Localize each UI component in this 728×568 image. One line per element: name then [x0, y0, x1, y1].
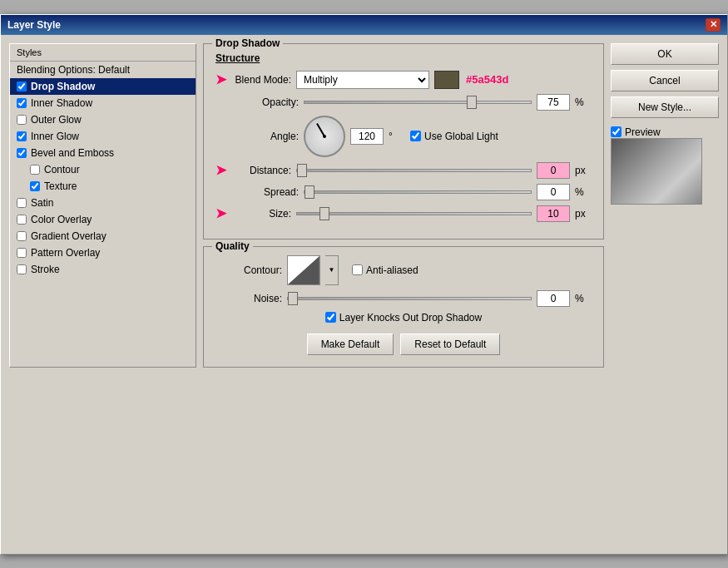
sidebar-item-texture[interactable]: Texture [10, 178, 196, 195]
angle-label: Angle: [240, 131, 299, 142]
sidebar-item-satin[interactable]: Satin [10, 195, 196, 211]
noise-input[interactable] [537, 290, 570, 307]
angle-dial-container [304, 116, 345, 157]
opacity-input[interactable] [537, 94, 570, 111]
quality-section: Quality Contour: ▼ Anti-aliased [203, 246, 604, 368]
angle-dial[interactable] [304, 116, 345, 157]
pattern-overlay-checkbox[interactable] [17, 248, 27, 258]
blend-mode-row: ➤ Blend Mode: Multiply Normal Screen Ove… [215, 71, 592, 89]
anti-aliased-checkbox[interactable] [352, 264, 363, 275]
left-panel: Styles Blending Options: Default Drop Sh… [9, 43, 196, 368]
gradient-overlay-checkbox[interactable] [17, 231, 27, 241]
texture-checkbox[interactable] [30, 181, 40, 191]
close-button[interactable]: ✕ [706, 18, 721, 32]
noise-slider[interactable] [287, 297, 532, 300]
opacity-row: Opacity: % [215, 94, 592, 111]
bottom-buttons: Make Default Reset to Default [215, 333, 592, 355]
sidebar-item-drop-shadow[interactable]: Drop Shadow [10, 78, 196, 95]
inner-glow-checkbox[interactable] [17, 131, 27, 141]
angle-input[interactable] [350, 128, 384, 145]
layer-knocks-label[interactable]: Layer Knocks Out Drop Shadow [325, 312, 482, 324]
sidebar-item-outer-glow[interactable]: Outer Glow [10, 111, 196, 128]
sidebar-item-pattern-overlay[interactable]: Pattern Overlay [10, 244, 196, 261]
cancel-button[interactable]: Cancel [611, 70, 719, 91]
layer-knocks-row: Layer Knocks Out Drop Shadow [215, 312, 592, 324]
preview-image [612, 139, 701, 204]
sidebar-item-contour[interactable]: Contour [10, 161, 196, 178]
noise-label: Noise: [215, 293, 282, 304]
sidebar-item-inner-shadow[interactable]: Inner Shadow [10, 95, 196, 111]
opacity-slider-container [304, 101, 532, 104]
satin-checkbox[interactable] [17, 198, 27, 208]
reset-default-button[interactable]: Reset to Default [400, 333, 500, 355]
section-drop-shadow-title: Drop Shadow [212, 37, 283, 49]
spread-slider-container [304, 190, 532, 194]
title-bar: Layer Style ✕ [1, 15, 727, 35]
size-slider[interactable] [296, 212, 532, 215]
anti-aliased-label[interactable]: Anti-aliased [352, 264, 418, 276]
sidebar-item-gradient-overlay[interactable]: Gradient Overlay [10, 228, 196, 244]
distance-arrow-icon: ➤ [215, 162, 226, 178]
spread-label: Spread: [240, 186, 299, 198]
opacity-unit: % [575, 96, 592, 108]
size-unit: px [575, 208, 592, 220]
color-swatch[interactable] [434, 71, 459, 89]
sidebar-item-stroke[interactable]: Stroke [10, 261, 196, 278]
inner-shadow-checkbox[interactable] [17, 98, 27, 108]
contour-checkbox[interactable] [30, 165, 40, 175]
drop-shadow-checkbox[interactable] [17, 81, 27, 91]
sidebar-item-bevel-emboss[interactable]: Bevel and Emboss [10, 145, 196, 161]
contour-row: Contour: ▼ Anti-aliased [215, 255, 592, 285]
size-label: Size: [233, 208, 291, 220]
use-global-light-label[interactable]: Use Global Light [410, 131, 498, 142]
noise-unit: % [575, 293, 592, 304]
blend-mode-select[interactable]: Multiply Normal Screen Overlay [296, 71, 429, 89]
use-global-light-checkbox[interactable] [410, 131, 421, 141]
angle-unit: ° [389, 131, 405, 142]
distance-slider[interactable] [296, 169, 532, 172]
layer-style-dialog: Layer Style ✕ Styles Blending Options: D… [0, 14, 728, 555]
distance-row: ➤ Distance: px [215, 162, 592, 179]
size-row: ➤ Size: px [215, 205, 592, 222]
color-hex-label: #5a543d [466, 73, 508, 86]
distance-label: Distance: [233, 165, 291, 176]
stroke-checkbox[interactable] [17, 264, 27, 274]
preview-row: Preview [611, 126, 719, 205]
angle-row: Angle: ° Use Global Light [215, 116, 592, 157]
spread-input[interactable] [537, 184, 570, 200]
drop-shadow-section: Drop Shadow Structure ➤ Blend Mode: Mult… [203, 43, 604, 240]
distance-slider-container [296, 169, 532, 172]
spread-slider[interactable] [304, 190, 532, 194]
bevel-emboss-checkbox[interactable] [17, 148, 27, 158]
structure-subtitle: Structure [215, 52, 592, 64]
size-arrow-icon: ➤ [215, 205, 226, 221]
noise-row: Noise: % [215, 290, 592, 307]
contour-preview[interactable] [287, 255, 320, 285]
sidebar-item-color-overlay[interactable]: Color Overlay [10, 211, 196, 228]
spread-unit: % [575, 186, 592, 198]
preview-checkbox[interactable] [611, 126, 622, 137]
outer-glow-checkbox[interactable] [17, 115, 27, 125]
sidebar-item-inner-glow[interactable]: Inner Glow [10, 128, 196, 145]
distance-input[interactable] [537, 162, 570, 179]
preview-box [611, 138, 702, 205]
color-overlay-checkbox[interactable] [17, 215, 27, 225]
distance-unit: px [575, 165, 592, 176]
blend-arrow-icon: ➤ [215, 72, 226, 87]
sidebar-item-blending-options[interactable]: Blending Options: Default [10, 62, 196, 78]
spread-row: Spread: % [215, 184, 592, 200]
size-slider-container [296, 212, 532, 215]
ok-button[interactable]: OK [611, 43, 719, 65]
size-input[interactable] [537, 205, 570, 222]
right-panel: OK Cancel New Style... Preview [611, 43, 719, 368]
opacity-slider[interactable] [304, 101, 532, 104]
make-default-button[interactable]: Make Default [307, 333, 394, 355]
dialog-title: Layer Style [7, 19, 61, 31]
styles-title: Styles [10, 44, 196, 62]
quality-title: Quality [212, 240, 253, 252]
new-style-button[interactable]: New Style... [611, 96, 719, 118]
preview-label[interactable]: Preview [611, 126, 719, 138]
blend-mode-label: Blend Mode: [233, 74, 291, 86]
contour-dropdown-button[interactable]: ▼ [325, 255, 339, 285]
layer-knocks-checkbox[interactable] [325, 312, 336, 323]
